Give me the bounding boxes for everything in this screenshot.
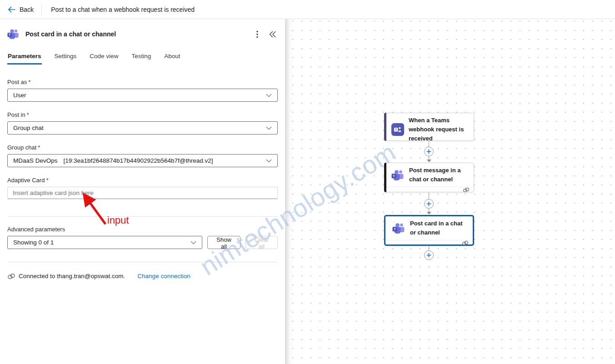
- action-config-panel: T Post card in a chat or channel Paramet…: [0, 19, 285, 364]
- more-options-icon[interactable]: [256, 30, 258, 38]
- connection-status-text: Connected to thang.tran@opswat.com.: [19, 273, 125, 279]
- teams-icon: T: [392, 223, 405, 234]
- panel-title: Post card in a chat or channel: [25, 30, 116, 38]
- node-accent-bar: [384, 113, 386, 141]
- connection-icon: [7, 273, 15, 279]
- teams-icon: T: [7, 29, 20, 40]
- connection-row: Connected to thang.tran@opswat.com. Chan…: [7, 273, 278, 279]
- node-title: Post message in a chat or channel: [409, 166, 470, 184]
- advanced-parameters-dropdown[interactable]: Showing 0 of 1: [7, 236, 202, 249]
- required-marker: *: [28, 79, 30, 85]
- node-accent-bar: [384, 163, 386, 192]
- collapse-panel-icon[interactable]: [269, 31, 276, 38]
- node-title: When a Teams webhook request is received: [409, 116, 470, 143]
- show-all-button[interactable]: Show all: [207, 236, 240, 249]
- flow-title: Post to a chat when a webhook request is…: [51, 6, 195, 13]
- tab-about[interactable]: About: [164, 53, 180, 65]
- tab-testing[interactable]: Testing: [131, 53, 151, 65]
- svg-text:T: T: [9, 33, 11, 37]
- action-node-post-card[interactable]: T Post card in a chat or channel: [384, 215, 474, 246]
- adaptive-card-label: Adaptive Card*: [7, 177, 278, 184]
- post-in-label: Post in*: [7, 111, 278, 118]
- chevron-down-icon: [266, 159, 272, 163]
- teams-icon: T: [391, 170, 405, 181]
- advanced-parameters-label: Advanced parameters: [7, 226, 278, 233]
- chevron-down-icon: [266, 94, 272, 97]
- back-button[interactable]: Back: [0, 0, 41, 19]
- advanced-parameters-row: Showing 0 of 1 Show all Clear all: [7, 236, 278, 249]
- post-as-dropdown[interactable]: User: [7, 89, 278, 102]
- connector-arrowhead: [427, 160, 431, 162]
- chevron-down-icon: [190, 241, 196, 244]
- required-marker: *: [27, 111, 29, 118]
- clear-all-button[interactable]: Clear all: [245, 236, 278, 249]
- post-as-label: Post as*: [7, 79, 278, 85]
- connection-reference-icon: [463, 187, 470, 193]
- section-divider: [7, 216, 278, 217]
- node-footer: [385, 187, 474, 193]
- connector-arrowhead: [427, 212, 431, 214]
- flow-designer-canvas[interactable]: T When a Teams webhook request is receiv…: [285, 19, 615, 364]
- node-footer: [385, 240, 473, 246]
- svg-text:T: T: [394, 227, 396, 231]
- change-connection-link[interactable]: Change connection: [137, 273, 190, 279]
- top-bar: Back Post to a chat when a webhook reque…: [0, 0, 615, 19]
- tab-settings[interactable]: Settings: [54, 53, 77, 65]
- group-chat-thread-id: [19:3ea1bf2648874b17b44902922b564b7f@thr…: [64, 157, 213, 164]
- trigger-node-webhook[interactable]: T When a Teams webhook request is receiv…: [384, 113, 474, 141]
- connector-line: [429, 246, 429, 250]
- plus-icon: [426, 253, 431, 258]
- insert-step-button[interactable]: [424, 250, 434, 260]
- post-in-dropdown[interactable]: Group chat: [7, 121, 278, 135]
- node-title: Post card in a chat or channel: [410, 219, 469, 237]
- panel-header: T Post card in a chat or channel: [7, 29, 278, 40]
- svg-text:T: T: [395, 128, 397, 131]
- tab-parameters[interactable]: Parameters: [7, 53, 42, 65]
- adaptive-card-input[interactable]: [7, 187, 278, 199]
- teams-webhook-icon: T: [391, 123, 404, 136]
- tab-code-view[interactable]: Code view: [89, 53, 119, 65]
- action-node-post-message[interactable]: T Post message in a chat or channel: [384, 163, 474, 192]
- required-marker: *: [38, 144, 40, 151]
- connection-reference-icon: [462, 240, 469, 246]
- plus-icon: [426, 201, 431, 206]
- panel-tabs: Parameters Settings Code view Testing Ab…: [7, 53, 278, 65]
- svg-text:T: T: [393, 174, 395, 178]
- group-chat-dropdown[interactable]: MDaaS DevOps [19:3ea1bf2648874b17b449029…: [7, 154, 278, 167]
- required-marker: *: [46, 177, 48, 184]
- main-area: T Post card in a chat or channel Paramet…: [0, 19, 615, 364]
- plus-icon: [426, 149, 431, 154]
- chevron-down-icon: [266, 126, 272, 130]
- topbar-divider: [41, 4, 42, 15]
- back-arrow-icon: [8, 6, 15, 13]
- group-chat-label: Group chat*: [7, 144, 278, 151]
- insert-step-button[interactable]: [424, 199, 434, 209]
- back-label: Back: [20, 6, 34, 13]
- insert-step-button[interactable]: [424, 147, 434, 156]
- section-divider: [7, 262, 278, 262]
